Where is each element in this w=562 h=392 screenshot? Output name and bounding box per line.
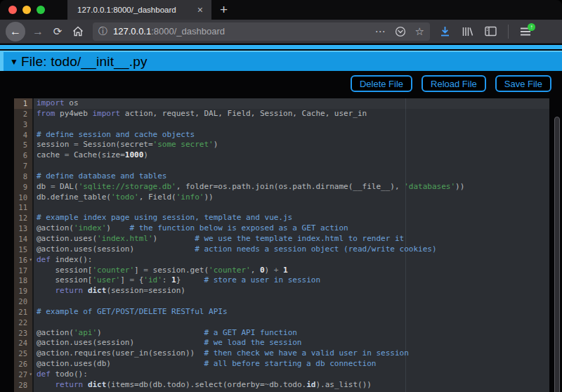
panel-top-strip	[0, 45, 562, 49]
line-number: 6	[14, 150, 34, 161]
line-number: 18	[14, 275, 34, 286]
line-number: 13	[14, 223, 34, 234]
new-tab-button[interactable]: +	[211, 0, 236, 20]
code-text: @action('api') # a GET API function	[34, 328, 549, 339]
browser-tab[interactable]: 127.0.0.1:8000/_dashboard ×	[67, 0, 211, 20]
line-number: 1	[14, 98, 34, 109]
code-line[interactable]: 8# define database and tables	[14, 171, 549, 182]
line-number: 23	[14, 328, 34, 339]
code-text: # define database and tables	[34, 171, 549, 182]
window-controls	[0, 0, 55, 20]
download-icon	[440, 26, 450, 37]
site-info-icon[interactable]: ⓘ	[98, 25, 107, 38]
back-button[interactable]: ←	[6, 22, 25, 41]
forward-button[interactable]: →	[30, 25, 46, 38]
bookmark-star-icon[interactable]: ☆	[415, 25, 424, 38]
code-line[interactable]: 23@action('api') # a GET API function	[14, 328, 549, 339]
toolbar-icons: ↑	[440, 25, 531, 39]
code-text	[34, 318, 549, 328]
page-actions-icon[interactable]: ⋯	[375, 25, 386, 38]
line-number: 8	[14, 171, 34, 182]
line-number: 10	[14, 192, 34, 203]
code-line[interactable]: 22	[14, 318, 549, 328]
home-button[interactable]	[69, 26, 87, 37]
url-bar[interactable]: ⓘ 127.0.0.1 :8000/_dashboard ⋯ ☆	[93, 22, 430, 41]
close-window-button[interactable]	[8, 6, 17, 14]
code-text: from py4web import action, request, DAL,…	[34, 109, 549, 119]
code-text: @action.requires(user_in(session)) # the…	[34, 348, 549, 359]
code-text: def todo():	[34, 370, 549, 380]
code-line[interactable]: 13@action('index') # the function below …	[14, 223, 549, 234]
page-scrollbar[interactable]	[554, 117, 560, 392]
code-line[interactable]: 2from py4web import action, request, DAL…	[14, 109, 549, 119]
code-text: @action.uses(session) # action needs a s…	[34, 244, 549, 255]
code-line[interactable]: 6cache = Cache(size=1000)	[14, 150, 549, 161]
code-line[interactable]: 26@action.uses(db) # all before starting…	[14, 359, 549, 370]
menu-button[interactable]: ↑	[520, 27, 531, 37]
code-line[interactable]: 20	[14, 296, 549, 307]
collapse-caret-icon: ▼	[10, 57, 18, 67]
tab-strip: 127.0.0.1:8000/_dashboard × +	[0, 0, 562, 20]
line-number: 27▾	[14, 370, 34, 380]
code-text: @action.uses(session) # we load the sess…	[34, 338, 549, 348]
code-line[interactable]: 5session = Session(secret='some secret')	[14, 140, 549, 150]
code-line[interactable]: 4# define session and cache objects	[14, 130, 549, 141]
update-badge-icon: ↑	[528, 23, 535, 31]
code-editor[interactable]: 1import os2from py4web import action, re…	[14, 98, 549, 392]
library-icon	[462, 26, 473, 37]
line-number: 26	[14, 359, 34, 370]
reload-file-button[interactable]: Reload File	[422, 75, 486, 92]
code-line[interactable]: 1import os	[14, 98, 549, 109]
sidebar-icon	[485, 26, 497, 37]
code-line[interactable]: 17 session['counter'] = session.get('cou…	[14, 266, 549, 276]
downloads-button[interactable]	[440, 26, 450, 37]
fold-arrow-icon[interactable]: ▾	[29, 370, 32, 380]
code-line[interactable]: 25@action.requires(user_in(session)) # t…	[14, 348, 549, 359]
code-line[interactable]: 9db = DAL('sqlite://storage.db', folder=…	[14, 182, 549, 192]
line-number: 12	[14, 213, 34, 223]
code-line[interactable]: 19 return dict(session=session)	[14, 286, 549, 296]
maximize-window-button[interactable]	[37, 6, 45, 14]
reload-button[interactable]: ⟳	[49, 25, 66, 38]
line-number: 4	[14, 130, 34, 141]
code-line[interactable]: 14@action.uses('index.html') # we use th…	[14, 234, 549, 244]
code-text: return dict(items=db(db.todo).select(ord…	[34, 380, 549, 391]
code-text: session['user'] = {'id': 1} # store a us…	[34, 275, 549, 286]
code-line[interactable]: 15@action.uses(session) # action needs a…	[14, 244, 549, 255]
code-line[interactable]: 12# example index page using session, te…	[14, 213, 549, 223]
column-ruler	[405, 98, 406, 392]
code-text: def index():	[34, 255, 549, 266]
line-number: 28	[14, 380, 34, 391]
code-text: @action.uses('index.html') # we use the …	[34, 234, 549, 244]
code-line[interactable]: 3	[14, 119, 549, 130]
save-file-button[interactable]: Save File	[495, 75, 551, 92]
line-number: 7	[14, 161, 34, 171]
code-line[interactable]: 10db.define_table('todo', Field('info'))	[14, 192, 549, 203]
library-button[interactable]	[462, 26, 473, 37]
code-line[interactable]: 24@action.uses(session) # we load the se…	[14, 338, 549, 348]
code-line[interactable]: 27▾def todo():	[14, 370, 549, 380]
minimize-window-button[interactable]	[22, 6, 31, 14]
code-line[interactable]: 16▾def index():	[14, 255, 549, 266]
code-text	[34, 119, 549, 130]
pocket-icon[interactable]	[395, 26, 406, 37]
delete-file-button[interactable]: Delete File	[351, 75, 412, 92]
line-number: 24	[14, 338, 34, 348]
code-text	[34, 161, 549, 171]
code-text: db = DAL('sqlite://storage.db', folder=o…	[34, 182, 549, 192]
sidebar-button[interactable]	[485, 26, 497, 37]
code-text: session['counter'] = session.get('counte…	[34, 266, 549, 276]
reload-icon: ⟳	[53, 25, 63, 38]
code-line[interactable]: 11	[14, 202, 549, 213]
code-line[interactable]: 7	[14, 161, 549, 171]
tab-close-icon[interactable]: ×	[195, 4, 206, 15]
fold-arrow-icon[interactable]: ▾	[29, 255, 32, 266]
file-header[interactable]: ▼ File: todo/__init__.py	[0, 51, 562, 71]
code-line[interactable]: 18 session['user'] = {'id': 1} # store a…	[14, 275, 549, 286]
code-text: # example index page using session, temp…	[34, 213, 549, 223]
code-line[interactable]: 21# example of GET/POST/DELETE RESTful A…	[14, 307, 549, 318]
code-text: # example of GET/POST/DELETE RESTful API…	[34, 307, 549, 318]
code-line[interactable]: 28 return dict(items=db(db.todo).select(…	[14, 380, 549, 391]
line-number: 11	[14, 202, 34, 213]
line-number: 2	[14, 109, 34, 119]
